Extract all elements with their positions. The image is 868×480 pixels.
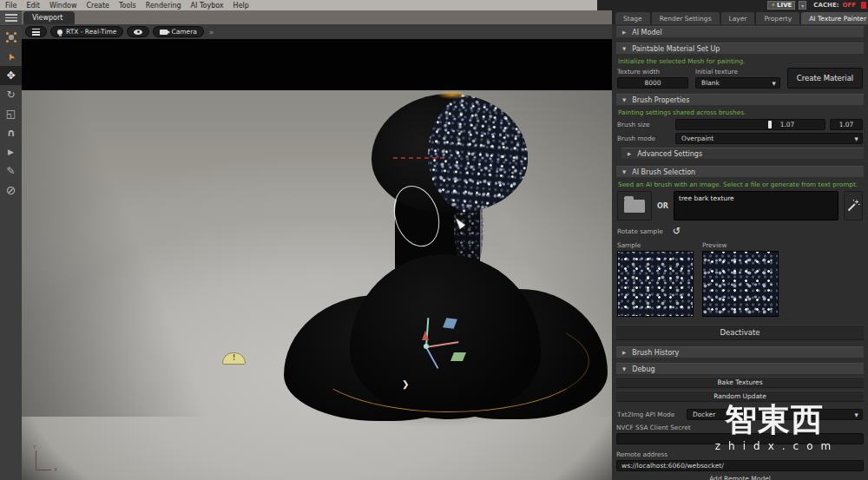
section-title: Advanced Settings	[637, 150, 702, 158]
toolbar-overflow-icon[interactable]: »	[209, 28, 214, 36]
snap-tool-icon: ∩	[7, 127, 16, 139]
hamburger-icon	[5, 14, 17, 22]
rotate-sample-button[interactable]: ↺	[670, 225, 683, 238]
tab-layer[interactable]: Layer	[721, 12, 755, 24]
initial-texture-label: Initial texture	[695, 68, 780, 76]
section-ai-model[interactable]: ▶ AI Model	[616, 26, 864, 37]
browse-image-button[interactable]	[617, 191, 652, 220]
api-mode-select[interactable]: Docker ▼	[687, 409, 863, 420]
live-dropdown-button[interactable]: ▾	[799, 1, 806, 10]
renderer-label: RTX - Real-Time	[66, 28, 116, 36]
tab-stage[interactable]: Stage	[615, 12, 650, 24]
record-indicator	[861, 2, 866, 9]
tab-property[interactable]: Property	[756, 12, 799, 24]
camera-select[interactable]: Camera	[153, 26, 203, 37]
gizmo-center-handle[interactable]	[424, 344, 429, 349]
folder-icon	[624, 200, 645, 213]
menu-create[interactable]: Create	[86, 2, 109, 10]
section-advanced-settings[interactable]: ▶ Advanced Settings	[621, 148, 864, 159]
bake-textures-button[interactable]: Bake Textures	[616, 377, 864, 388]
preview-label: Preview	[702, 241, 779, 249]
move-tool-button[interactable]: ✥	[0, 66, 22, 85]
scale-tool-button[interactable]: ◱	[0, 104, 22, 123]
tab-render-settings[interactable]: Render Settings	[652, 12, 720, 24]
snap-tool-button[interactable]: ∩	[0, 123, 22, 142]
docking-menu-button[interactable]	[0, 10, 22, 26]
chevron-down-icon: ▼	[622, 366, 626, 372]
live-sync-button[interactable]: ⚡ LIVE	[767, 1, 795, 10]
rotate-tool-button[interactable]: ↻	[0, 85, 22, 104]
remote-address-input[interactable]: ws://localhost:6060/websocket/	[616, 460, 864, 471]
brush-size-input[interactable]: 1.07	[830, 119, 863, 130]
chevron-down-icon: ▼	[851, 134, 862, 143]
axis-x-label: X	[54, 466, 57, 472]
rotate-tool-icon: ↻	[6, 89, 15, 101]
sample-label: Sample	[617, 241, 694, 249]
generate-button[interactable]	[844, 191, 863, 220]
initial-texture-select[interactable]: Blank ▼	[695, 77, 780, 89]
play-button[interactable]: ▶	[0, 142, 22, 161]
viewport-tabstrip: Viewport	[22, 10, 612, 24]
tool-palette: ➤ ✥ ↻ ◱ ∩ ▶ ✎ ⊘	[0, 26, 22, 480]
bust-head[interactable]	[372, 94, 528, 213]
api-mode-value: Docker	[693, 411, 715, 418]
axis-orientation-indicator: Y X z	[31, 444, 75, 480]
brush-mode-select[interactable]: Overpaint ▼	[675, 133, 863, 144]
section-title: Paintable Material Set Up	[632, 45, 720, 53]
viewport-toolbar: RTX - Real-Time Camera »	[22, 24, 612, 39]
menu-tools[interactable]: Tools	[119, 2, 136, 10]
rotate-sample-label: Rotate sample	[617, 227, 663, 235]
paint-tool-button[interactable]: ✎	[0, 161, 22, 181]
sliders-icon	[32, 29, 40, 36]
section-debug[interactable]: ▼ Debug	[616, 363, 864, 374]
warning-mark: !	[233, 353, 236, 364]
paintable-hint: Initialize the selected Mesh for paintin…	[616, 56, 864, 68]
menu-file[interactable]: File	[5, 2, 16, 10]
section-title: Brush Properties	[632, 96, 689, 104]
or-label: OR	[657, 202, 668, 210]
visibility-button[interactable]	[127, 26, 149, 37]
create-material-button[interactable]: Create Material	[787, 68, 863, 89]
lightbulb-icon	[57, 30, 62, 35]
viewport-settings-button[interactable]	[25, 26, 47, 37]
section-paintable-material[interactable]: ▼ Paintable Material Set Up	[616, 43, 864, 54]
slider-handle[interactable]	[768, 121, 772, 128]
client-secret-input[interactable]	[616, 433, 864, 444]
brush-size-inline-value: 1.07	[780, 120, 795, 129]
prompt-input[interactable]: tree bark texture	[674, 191, 838, 220]
add-remote-model-button[interactable]: Add Remote Model	[616, 475, 864, 480]
menu-window[interactable]: Window	[49, 2, 77, 10]
random-update-button[interactable]: Random Update	[616, 391, 864, 402]
ai-texture-painter-panel: ▶ AI Model ▼ Paintable Material Set Up I…	[612, 24, 868, 480]
scale-tool-icon: ◱	[6, 108, 16, 120]
renderer-select[interactable]: RTX - Real-Time	[50, 26, 123, 37]
menu-ai-toybox[interactable]: AI Toybox	[191, 2, 224, 10]
cache-status-value[interactable]: OFF	[842, 2, 856, 9]
brush-hint: Painting settings shared across brushes.	[616, 107, 864, 119]
deactivate-button[interactable]: Deactivate	[616, 325, 864, 340]
disable-tool-icon: ⊘	[6, 183, 16, 197]
texture-width-input[interactable]: 8000	[617, 77, 688, 89]
select-tool-button[interactable]: ➤	[0, 47, 22, 66]
menu-rendering[interactable]: Rendering	[146, 2, 181, 10]
section-brush-history[interactable]: ▶ Brush History	[616, 346, 864, 358]
rotate-icon: ↺	[673, 226, 681, 237]
tab-ai-texture-painter[interactable]: AI Texture Painter	[801, 12, 868, 24]
chevron-right-icon: ▶	[622, 350, 626, 355]
tab-viewport[interactable]: Viewport	[23, 11, 75, 24]
selection-mode-button[interactable]	[0, 28, 22, 47]
viewport-canvas[interactable]: ! ❯ Y X z	[22, 39, 612, 480]
sample-thumbnail[interactable]	[617, 251, 694, 317]
section-title: AI Model	[632, 29, 661, 36]
section-brush-properties[interactable]: ▼ Brush Properties	[616, 94, 864, 105]
brush-mode-label: Brush mode	[617, 135, 671, 142]
preview-thumbnail[interactable]	[702, 251, 779, 317]
eye-icon	[134, 30, 142, 35]
section-ai-brush-selection[interactable]: ▼ AI Brush Selection	[616, 166, 864, 177]
disable-tool-button[interactable]: ⊘	[0, 181, 22, 200]
brush-size-slider[interactable]: 1.07	[675, 119, 825, 130]
live-label: LIVE	[777, 2, 792, 9]
menu-edit[interactable]: Edit	[26, 2, 40, 10]
menu-help[interactable]: Help	[233, 2, 249, 10]
chevron-down-icon: ▼	[622, 169, 626, 174]
